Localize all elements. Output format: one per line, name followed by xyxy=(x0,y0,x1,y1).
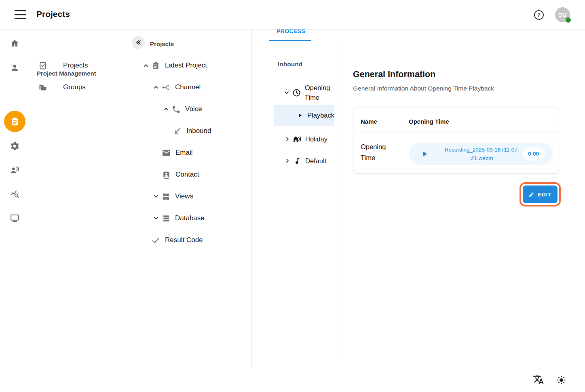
rail-item-analytics[interactable] xyxy=(0,183,30,204)
sidebar-item-groups[interactable]: Groups xyxy=(30,76,135,98)
tree-item-database[interactable]: Database xyxy=(138,207,251,229)
chevron-down-icon xyxy=(152,192,160,200)
rail-item-users[interactable] xyxy=(0,57,30,78)
home-icon xyxy=(10,38,20,48)
tree-item-views[interactable]: Views xyxy=(138,185,251,207)
recording-file-link[interactable]: Recording_2025-09-16T11-07-21.webm xyxy=(441,145,523,162)
sidebar-item-label: Projects xyxy=(63,61,88,70)
clipboard-icon xyxy=(151,61,161,70)
brightness-sun-icon xyxy=(556,375,566,385)
tree-item-label: Inbound xyxy=(186,127,211,135)
language-toggle-button[interactable] xyxy=(533,374,544,387)
double-chevron-left-icon xyxy=(134,38,142,46)
contact-card-icon xyxy=(162,170,171,179)
chevron-down-icon xyxy=(283,89,290,96)
rail-item-voice-agent[interactable] xyxy=(0,159,30,180)
section-title: General Information xyxy=(353,70,435,80)
icon-rail xyxy=(0,30,30,369)
svg-text:?: ? xyxy=(537,12,541,18)
detail-panel: General Information General Information … xyxy=(338,41,567,392)
tree-item-result-code[interactable]: Result Code xyxy=(138,229,251,251)
chevron-down-icon xyxy=(152,214,160,222)
clipboard-icon xyxy=(10,116,20,127)
play-button-icon[interactable] xyxy=(421,150,429,158)
process-item-opening-time[interactable]: Opening Time xyxy=(251,81,338,104)
info-card: Name Opening Time Opening Time Recording… xyxy=(353,107,559,174)
menu-icon[interactable] xyxy=(15,10,26,19)
analytics-search-icon xyxy=(10,189,20,199)
tree-item-voice[interactable]: Voice xyxy=(138,98,251,120)
process-panel: Inbound Opening Time Playback xyxy=(251,41,338,356)
tab-process[interactable]: PROCESS xyxy=(277,30,305,34)
tree-item-label: Voice xyxy=(185,105,202,113)
project-management-sidebar: Project Management Projects Groups xyxy=(30,30,138,369)
column-header-name: Name xyxy=(361,118,377,125)
top-bar: Projects ? SU xyxy=(0,0,585,30)
edit-button[interactable]: EDIT xyxy=(523,185,558,203)
tree-item-label: Contact xyxy=(175,171,199,179)
process-section-label: Inbound xyxy=(278,61,302,68)
process-item-default[interactable]: Default xyxy=(251,150,338,171)
tree-item-channel[interactable]: Channel xyxy=(138,76,251,98)
settings-gear-icon xyxy=(10,141,20,151)
rail-item-monitor[interactable] xyxy=(0,207,30,228)
edit-button-highlight-ring: EDIT xyxy=(520,182,561,207)
tree-item-inbound[interactable]: Inbound xyxy=(138,120,251,142)
process-item-holiday[interactable]: Holiday xyxy=(251,129,338,150)
chevron-right-icon xyxy=(284,135,291,143)
sidebar-item-projects[interactable]: Projects xyxy=(30,55,135,76)
database-icon xyxy=(161,214,171,223)
holiday-home-icon xyxy=(293,135,302,143)
page-title: Projects xyxy=(36,9,70,19)
avatar-initials: SU xyxy=(558,11,567,18)
checkmark-icon xyxy=(151,236,161,245)
call-received-icon xyxy=(173,126,182,136)
monitor-icon xyxy=(10,213,20,223)
tree-item-latest-project[interactable]: Latest Project xyxy=(138,55,251,76)
process-item-playback-selected[interactable]: Playback xyxy=(274,105,334,126)
process-item-label: Opening Time xyxy=(305,83,332,102)
branch-icon xyxy=(161,83,171,92)
column-header-opening-time: Opening Time xyxy=(409,118,449,125)
table-header-row: Name Opening Time xyxy=(353,107,559,133)
tree-item-label: Result Code xyxy=(165,236,203,244)
duration-badge: 0:00 xyxy=(522,147,545,160)
email-icon xyxy=(162,148,171,158)
avatar[interactable]: SU xyxy=(555,7,570,22)
projects-tree-panel: Projects Latest Project xyxy=(138,30,251,369)
collapse-sidebar-button[interactable] xyxy=(132,36,145,49)
user-icon xyxy=(10,63,20,73)
tree-item-contact[interactable]: Contact xyxy=(138,164,251,185)
tree-item-label: Email xyxy=(175,149,193,157)
translate-icon xyxy=(533,374,544,385)
chevron-up-icon xyxy=(152,83,160,91)
clipboard-check-icon xyxy=(38,61,48,70)
phone-icon xyxy=(171,105,181,114)
play-icon xyxy=(297,112,303,119)
tree-item-label: Database xyxy=(175,214,205,222)
voice-agent-icon xyxy=(10,165,20,175)
help-icon: ? xyxy=(534,10,544,20)
app-window: Projects ? SU xyxy=(0,0,585,392)
tree-item-label: Channel xyxy=(175,83,201,91)
tree-item-label: Views xyxy=(175,192,193,200)
chevron-up-icon xyxy=(142,61,150,70)
folders-icon xyxy=(38,82,48,92)
rail-item-settings[interactable] xyxy=(0,135,30,156)
online-status-dot xyxy=(566,17,571,23)
help-button[interactable]: ? xyxy=(534,10,544,20)
rail-item-home[interactable] xyxy=(0,33,30,54)
chevron-right-icon xyxy=(284,157,291,164)
theme-toggle-button[interactable] xyxy=(556,375,566,387)
sidebar-item-label: Groups xyxy=(63,83,86,91)
grid-views-icon xyxy=(161,192,171,201)
process-item-label: Default xyxy=(305,157,326,165)
row-name-cell: Opening Time xyxy=(361,141,397,163)
music-note-icon xyxy=(293,156,302,165)
table-row: Opening Time Recording_2025-09-16T11-07-… xyxy=(353,133,559,173)
clock-icon xyxy=(292,88,301,97)
tree-item-email[interactable]: Email xyxy=(138,142,251,164)
pencil-icon xyxy=(528,192,534,198)
edit-button-label: EDIT xyxy=(538,192,552,198)
rail-item-projects-active[interactable] xyxy=(4,111,25,132)
